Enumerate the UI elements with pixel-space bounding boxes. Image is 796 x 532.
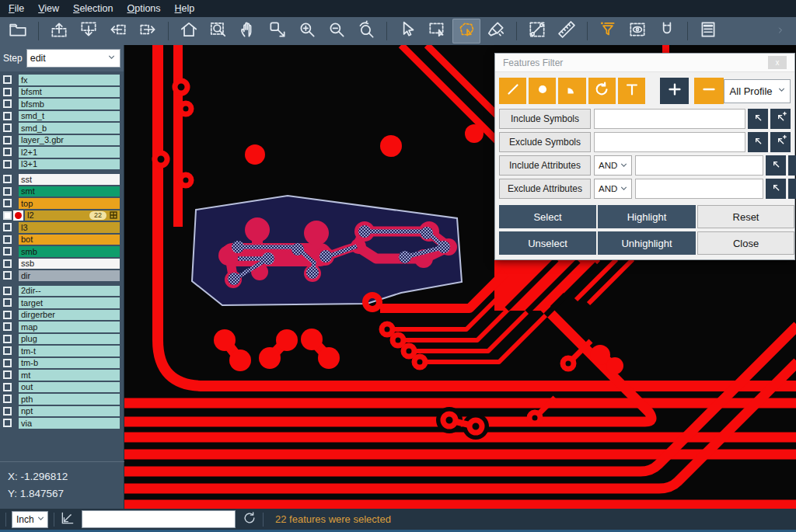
layer-row-sst[interactable]: sst: [0, 174, 124, 185]
layer-color-bar[interactable]: mt: [19, 370, 120, 381]
sync-icon[interactable]: [242, 510, 257, 529]
layer-row-2dir--[interactable]: 2dir--: [0, 286, 124, 297]
layer-color-bar[interactable]: npt: [19, 406, 120, 417]
layer-row-dir[interactable]: dir: [0, 270, 124, 281]
layer-color-bar[interactable]: smb: [19, 246, 120, 257]
layer-visibility-checkbox[interactable]: [3, 322, 12, 331]
layer-row-out[interactable]: out: [0, 382, 124, 393]
layer-visibility-checkbox[interactable]: [3, 136, 12, 144]
layer-row-bfsmt[interactable]: bfsmt: [0, 87, 124, 98]
layers-panel-button[interactable]: [694, 19, 722, 43]
arc-shape-button[interactable]: [588, 78, 616, 104]
layer-color-bar[interactable]: bfsmt: [19, 87, 120, 98]
layer-visibility-checkbox[interactable]: [3, 311, 12, 319]
layer-row-smt[interactable]: smt: [0, 186, 124, 197]
layer-visibility-checkbox[interactable]: [3, 298, 12, 307]
layer-visibility-checkbox[interactable]: [3, 287, 12, 295]
layer-color-bar[interactable]: map: [19, 322, 120, 332]
layer-row-l2[interactable]: l222: [0, 210, 124, 221]
layer-row-npt[interactable]: npt: [0, 406, 124, 417]
layer-color-bar[interactable]: l222: [25, 210, 120, 221]
text-shape-button[interactable]: [618, 78, 645, 104]
close-button[interactable]: Close: [697, 231, 794, 255]
layer-color-bar[interactable]: tm-t: [19, 346, 120, 356]
layer-row-top[interactable]: top: [0, 198, 124, 209]
round-shape-button[interactable]: [529, 78, 556, 104]
exclude-attributes-pick-button[interactable]: [766, 179, 786, 199]
layer-visibility-checkbox[interactable]: [3, 88, 12, 96]
step-select[interactable]: edit: [26, 49, 120, 68]
exclude-attributes-pick-add-button[interactable]: [788, 179, 796, 199]
zoom-previous-button[interactable]: [352, 19, 380, 43]
polygon-select-button[interactable]: [452, 19, 480, 43]
layer-color-bar[interactable]: plug: [19, 334, 120, 345]
layer-color-bar[interactable]: smd_t: [19, 111, 120, 122]
layer-color-bar[interactable]: l3+1: [19, 159, 120, 170]
layer-row-mt[interactable]: mt: [0, 370, 124, 381]
menu-item-options[interactable]: Options: [120, 2, 167, 16]
zoom-window-button[interactable]: [204, 19, 232, 43]
unselect-button[interactable]: Unselect: [499, 231, 596, 255]
include-symbols-pick-button[interactable]: [748, 109, 768, 129]
layer-row-via[interactable]: via: [0, 418, 124, 429]
include-attributes-pick-add-button[interactable]: [788, 155, 796, 176]
layer-visibility-checkbox[interactable]: [3, 247, 12, 256]
home-view-button[interactable]: [175, 19, 203, 43]
layer-color-bar[interactable]: 2dir--: [19, 286, 120, 297]
layer-row-l2+1[interactable]: l2+1: [0, 147, 124, 158]
layer-visibility-checkbox[interactable]: [3, 395, 12, 403]
exclude-symbols-pick-add-button[interactable]: [770, 132, 791, 152]
ruler-button[interactable]: [553, 19, 581, 43]
unit-select[interactable]: Inch: [12, 511, 48, 528]
step-right-button[interactable]: [134, 19, 162, 43]
layer-row-target[interactable]: target: [0, 297, 124, 308]
layer-color-bar[interactable]: l3: [19, 222, 120, 233]
include-symbols-pick-add-button[interactable]: [770, 109, 791, 129]
layer-visibility-checkbox[interactable]: [3, 160, 12, 169]
include-attributes-pick-button[interactable]: [766, 155, 786, 176]
layer-row-tm-b[interactable]: tm-b: [0, 358, 124, 369]
select-button[interactable]: Select: [499, 205, 596, 228]
menu-item-file[interactable]: File: [2, 2, 31, 16]
layer-row-bot[interactable]: bot: [0, 235, 124, 245]
layer-row-layer_3.gbr[interactable]: layer_3.gbr: [0, 135, 124, 146]
profile-select[interactable]: All Profile: [724, 79, 791, 103]
features-filter-button[interactable]: [594, 19, 622, 43]
command-input[interactable]: [82, 510, 236, 528]
layer-visibility-checkbox[interactable]: [3, 99, 12, 108]
layer-color-bar[interactable]: layer_3.gbr: [19, 135, 120, 146]
layer-visibility-checkbox[interactable]: [3, 199, 12, 207]
pan-button[interactable]: [234, 19, 262, 43]
layer-row-l3[interactable]: l3: [0, 222, 124, 233]
layer-visibility-checkbox[interactable]: [3, 148, 12, 156]
layer-visibility-checkbox[interactable]: [3, 370, 12, 379]
layer-visibility-checkbox[interactable]: [3, 359, 12, 367]
zoom-object-button[interactable]: [264, 19, 292, 43]
select-cursor-button[interactable]: [393, 19, 421, 43]
menu-item-view[interactable]: View: [31, 2, 66, 16]
highlight-button[interactable]: Highlight: [598, 205, 696, 228]
layer-color-bar[interactable]: bot: [19, 235, 120, 245]
exclude-symbols-button[interactable]: Exclude Symbols: [499, 132, 591, 152]
layer-visibility-checkbox[interactable]: [3, 112, 12, 120]
layer-color-bar[interactable]: smd_b: [19, 123, 120, 134]
layer-visibility-checkbox[interactable]: [3, 335, 12, 343]
step-up-button[interactable]: [45, 19, 73, 43]
menu-item-help[interactable]: Help: [168, 2, 202, 16]
exclude-attributes-button[interactable]: Exclude Attributes: [499, 179, 591, 199]
add-filter-button[interactable]: [660, 78, 689, 104]
layer-row-dirgerber[interactable]: dirgerber: [0, 310, 124, 321]
layer-visibility-checkbox[interactable]: [3, 75, 12, 84]
snap-button[interactable]: [653, 19, 681, 43]
layer-visibility-checkbox[interactable]: [3, 383, 12, 391]
layer-visibility-checkbox[interactable]: [3, 211, 12, 220]
layer-color-bar[interactable]: target: [19, 297, 120, 308]
layer-visibility-checkbox[interactable]: [3, 407, 12, 416]
layer-visibility-checkbox[interactable]: [3, 187, 12, 196]
zoom-in-button[interactable]: [293, 19, 321, 43]
layer-row-fx[interactable]: fx: [0, 75, 124, 85]
view-window-button[interactable]: [623, 19, 651, 43]
toolbar-overflow-button[interactable]: [766, 19, 794, 43]
layer-visibility-checkbox[interactable]: [3, 346, 12, 355]
layer-row-bfsmb[interactable]: bfsmb: [0, 99, 124, 110]
